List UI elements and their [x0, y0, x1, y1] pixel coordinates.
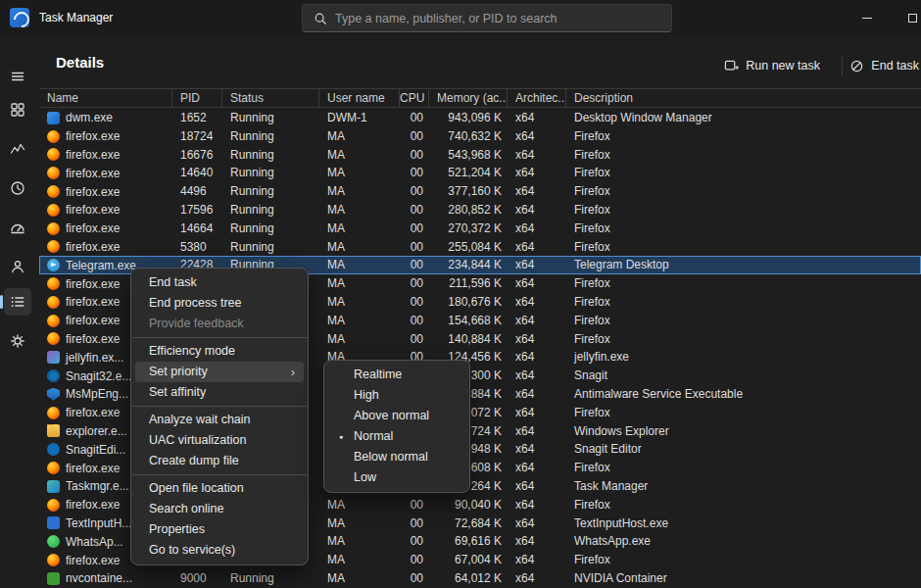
column-header-desc[interactable]: Description	[566, 89, 921, 107]
sidebar-item-menu[interactable]	[4, 63, 31, 90]
status-cell: Running	[222, 201, 319, 220]
process-name: Telegram.exe	[66, 259, 136, 272]
priority-option-above-normal[interactable]: Above normal	[328, 406, 465, 426]
firefox-icon	[47, 277, 60, 290]
priority-option-below-normal[interactable]: Below normal	[328, 447, 465, 467]
defender-icon	[47, 388, 60, 401]
description-cell: jellyfin.exe	[566, 348, 921, 367]
process-name: firefox.exe	[66, 295, 120, 309]
process-name: firefox.exe	[66, 406, 120, 419]
pid-cell: 9000	[172, 569, 222, 588]
sidebar	[0, 35, 35, 588]
priority-option-low[interactable]: Low	[328, 467, 465, 488]
nvidia-icon	[47, 572, 60, 585]
architecture-cell: x64	[508, 551, 566, 569]
sidebar-item-details[interactable]	[4, 288, 31, 316]
maximize-button[interactable]	[890, 0, 921, 35]
column-header-arch[interactable]: Architec...	[508, 89, 566, 107]
column-header-cpu[interactable]: CPU	[400, 89, 429, 107]
column-header-user[interactable]: User name	[319, 89, 400, 107]
priority-option-realtime[interactable]: Realtime	[328, 365, 465, 385]
process-name: firefox.exe	[66, 554, 120, 567]
table-row[interactable]: firefox.exe5380RunningMA00255,084 Kx64Fi…	[39, 238, 921, 257]
firefox-icon	[47, 148, 60, 161]
menu-item-provide-feedback[interactable]: Provide feedback	[135, 314, 304, 334]
description-cell: Antimalware Service Executable	[566, 385, 921, 404]
column-header-status[interactable]: Status	[222, 89, 319, 107]
description-cell: Telegram Desktop	[566, 256, 921, 274]
sidebar-item-startup-apps[interactable]	[4, 214, 31, 241]
menu-item-analyze-wait-chain[interactable]: Analyze wait chain	[135, 410, 304, 430]
firefox-icon	[47, 554, 60, 566]
table-row[interactable]: dwm.exe1652RunningDWM-100943,096 Kx64Des…	[39, 109, 921, 127]
run-new-task-label: Run new task	[746, 59, 820, 73]
run-new-task-button[interactable]: Run new task	[716, 52, 828, 79]
menu-item-properties[interactable]: Properties	[135, 519, 304, 540]
details-icon	[10, 294, 25, 310]
sidebar-item-app-history[interactable]	[4, 174, 31, 202]
table-row[interactable]: nvcontaine...9000RunningMA0064,012 Kx64N…	[39, 569, 921, 588]
architecture-cell: x64	[508, 385, 566, 404]
priority-option-normal[interactable]: Normal●	[328, 426, 465, 447]
process-name-cell: firefox.exe	[39, 203, 172, 217]
end-task-icon	[849, 59, 864, 74]
user-name-cell: MA	[319, 330, 400, 349]
user-name-cell: MA	[319, 514, 400, 533]
architecture-cell: x64	[508, 404, 566, 422]
menu-item-end-task[interactable]: End task	[135, 272, 304, 293]
whatsapp-icon	[47, 535, 60, 548]
architecture-cell: x64	[508, 422, 566, 441]
firefox-icon	[47, 130, 60, 143]
memory-cell: 67,004 K	[429, 551, 508, 569]
search-input[interactable]	[335, 12, 671, 25]
table-row[interactable]: firefox.exe16676RunningMA00543,968 Kx64F…	[39, 146, 921, 165]
column-header-memory[interactable]: Memory (ac...	[429, 89, 508, 107]
menu-separator	[132, 406, 307, 407]
status-cell: Running	[222, 164, 319, 182]
menu-item-end-process-tree[interactable]: End process tree	[135, 293, 304, 314]
table-row[interactable]: firefox.exe18724RunningMA00740,632 Kx64F…	[39, 127, 921, 146]
cpu-cell: 00	[400, 164, 429, 182]
sidebar-item-performance[interactable]	[4, 135, 31, 163]
end-task-button[interactable]: End task	[842, 52, 921, 79]
textinput-icon	[47, 516, 60, 529]
user-name-cell: MA	[319, 146, 400, 165]
users-icon	[10, 259, 25, 274]
status-cell: Running	[222, 182, 319, 201]
minimize-button[interactable]	[845, 0, 890, 35]
process-name: Snagit32.e...	[66, 369, 131, 383]
table-row[interactable]: firefox.exe14664RunningMA00270,372 Kx64F…	[39, 220, 921, 238]
menu-item-open-file-location[interactable]: Open file location	[135, 478, 304, 499]
minimize-icon	[862, 18, 872, 19]
table-row[interactable]: firefox.exe17596RunningMA00280,852 Kx64F…	[39, 201, 921, 220]
table-row[interactable]: firefox.exe4496RunningMA00377,160 Kx64Fi…	[39, 182, 921, 201]
process-name: firefox.exe	[66, 221, 120, 235]
menu-item-create-dump-file[interactable]: Create dump file	[135, 451, 304, 471]
column-header-pid[interactable]: PID	[172, 89, 222, 107]
process-name: Taskmgr.e...	[66, 479, 129, 493]
cpu-cell: 00	[400, 201, 429, 220]
memory-cell: 211,596 K	[429, 274, 508, 293]
table-row[interactable]: firefox.exe14640RunningMA00521,204 Kx64F…	[39, 164, 921, 182]
sidebar-item-users[interactable]	[4, 253, 31, 280]
cpu-cell: 00	[400, 293, 429, 312]
menu-item-uac-virtualization[interactable]: UAC virtualization	[135, 430, 304, 451]
menu-item-set-priority[interactable]: Set priority›	[135, 362, 304, 382]
menu-item-go-to-service-s-[interactable]: Go to service(s)	[135, 540, 304, 561]
menu-item-efficiency-mode[interactable]: Efficiency mode	[135, 341, 304, 362]
architecture-cell: x64	[508, 274, 566, 293]
cpu-cell: 00	[400, 532, 429, 551]
menu-item-search-online[interactable]: Search online	[135, 499, 304, 519]
architecture-cell: x64	[508, 532, 566, 551]
menu-item-set-affinity[interactable]: Set affinity	[135, 382, 304, 403]
user-name-cell: MA	[319, 201, 400, 220]
column-header-name[interactable]: Name	[39, 89, 172, 107]
process-name: SnagitEdi...	[66, 443, 125, 457]
architecture-cell: x64	[508, 182, 566, 201]
maximize-icon	[908, 14, 917, 23]
description-cell: Firefox	[566, 127, 921, 146]
priority-option-high[interactable]: High	[328, 385, 465, 406]
sidebar-item-processes[interactable]	[4, 96, 31, 123]
search-box[interactable]	[302, 4, 672, 32]
sidebar-item-services[interactable]	[4, 327, 31, 355]
